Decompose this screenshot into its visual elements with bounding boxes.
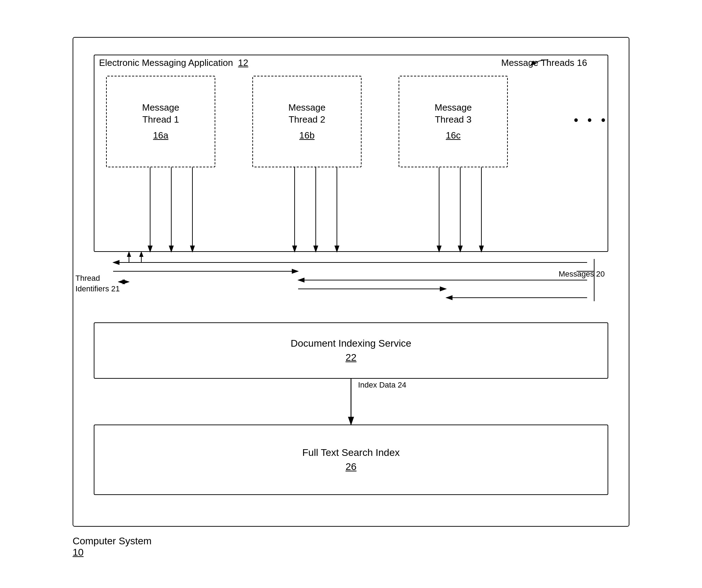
dis-title: Document Indexing Service (291, 338, 411, 349)
ftsi-box: Full Text Search Index 26 (94, 425, 608, 495)
thread-box-3: MessageThread 3 16c (399, 76, 508, 167)
ema-id: 12 (238, 57, 248, 68)
thread3-id: 16c (446, 130, 461, 141)
ftsi-id: 26 (345, 461, 356, 472)
ema-label: Electronic Messaging Application 12 (99, 57, 248, 68)
thread-box-1: MessageThread 1 16a (106, 76, 215, 167)
index-data-label: Index Data 24 (358, 380, 406, 390)
thread2-id: 16b (299, 130, 314, 141)
cs-id: 10 (73, 547, 152, 558)
thread-identifiers-label: ThreadIdentifiers 21 (75, 273, 120, 295)
cs-label-text: Computer System (73, 536, 152, 546)
thread-box-2: MessageThread 2 16b (252, 76, 362, 167)
thread1-title: MessageThread 1 (142, 102, 179, 126)
ema-label-text: Electronic Messaging Application (99, 57, 233, 68)
thread3-title: MessageThread 3 (435, 102, 472, 126)
mt-label-text: Message Threads 16 (501, 57, 587, 68)
computer-system-label: Computer System 10 (73, 536, 152, 558)
diagram: Electronic Messaging Application 12 Mess… (51, 26, 651, 562)
dis-id: 22 (345, 352, 356, 363)
dis-box: Document Indexing Service 22 (94, 322, 608, 379)
ftsi-title: Full Text Search Index (302, 447, 400, 458)
thread2-title: MessageThread 2 (288, 102, 326, 126)
messages-label: Messages 20 (559, 270, 605, 279)
message-threads-label: Message Threads 16 (501, 57, 587, 68)
dots: • • • (574, 113, 608, 128)
thread1-id: 16a (153, 130, 168, 141)
